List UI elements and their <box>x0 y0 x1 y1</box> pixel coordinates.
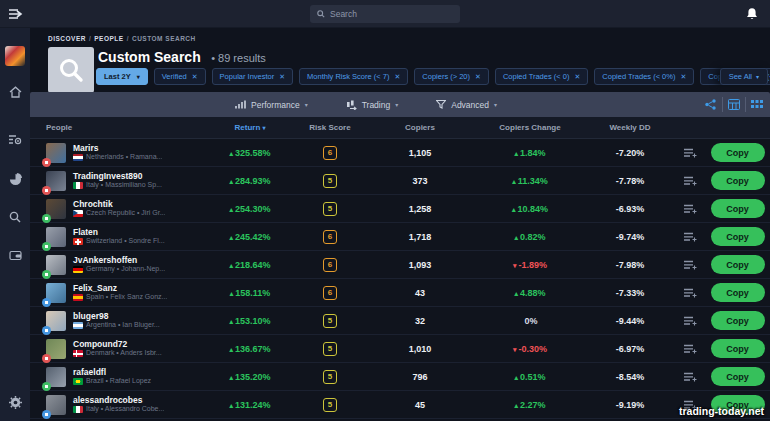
add-to-watchlist-button[interactable] <box>684 204 697 214</box>
add-to-watchlist-button[interactable] <box>684 260 697 270</box>
trader-subtitle: Netherlands • Ramana... <box>73 153 162 162</box>
table-row[interactable]: Felix_Sanz Spain • Felix Sanz Gonz... ▴1… <box>30 279 770 307</box>
table-row[interactable]: Flaten Switzerland • Sondre Fl... ▴245.4… <box>30 223 770 251</box>
copy-button[interactable]: Copy <box>711 199 765 218</box>
copy-button[interactable]: Copy <box>711 311 765 330</box>
copy-button[interactable]: Copy <box>711 171 765 190</box>
filter-chip[interactable]: Monthly Risk Score (< 7) <box>299 68 408 85</box>
copiers-value: 1,105 <box>365 148 475 158</box>
trader-name[interactable]: JvAnkershoffen <box>73 255 165 266</box>
add-to-watchlist-button[interactable] <box>684 372 697 382</box>
copiers-change-value: ▴2.27% <box>475 400 585 410</box>
copy-button[interactable]: Copy <box>711 283 765 302</box>
add-to-watchlist-button[interactable] <box>684 176 697 186</box>
weekly-dd-value: -6.93% <box>585 204 675 214</box>
table-row[interactable]: Chrochtik Czech Republic • Jiri Gr... ▴2… <box>30 195 770 223</box>
notifications-bell-icon[interactable] <box>746 7 758 21</box>
breadcrumb-custom-search: CUSTOM SEARCH <box>132 35 196 42</box>
copy-button[interactable]: Copy <box>711 255 765 274</box>
copy-button[interactable]: Copy <box>711 339 765 358</box>
table-row[interactable]: rafaeldfl Brazil • Rafael Lopez ▴135.20%… <box>30 363 770 391</box>
column-header-risk-score[interactable]: Risk Score <box>295 123 365 132</box>
trader-subtitle: Germany • Johann-Nep... <box>73 265 165 274</box>
chip-remove-icon[interactable] <box>394 73 400 81</box>
trader-name[interactable]: TradingInvest890 <box>73 171 162 182</box>
column-header-copiers-change[interactable]: Copiers Change <box>475 123 585 132</box>
trader-name[interactable]: Flaten <box>73 227 165 238</box>
table-row[interactable]: alessandrocobes Italy • Alessandro Cobe.… <box>30 391 770 419</box>
copy-button[interactable]: Copy <box>711 367 765 386</box>
table-header: People Return Risk Score Copiers Copiers… <box>30 117 770 139</box>
portfolio-icon[interactable] <box>0 167 30 191</box>
column-header-return[interactable]: Return <box>205 123 295 132</box>
table-toolbar: Performance Trading Advanced <box>30 92 770 117</box>
trader-subtitle: Spain • Felix Sanz Gonz... <box>73 293 167 302</box>
watchlist-icon[interactable] <box>0 127 30 151</box>
trading-menu[interactable]: Trading <box>346 100 399 110</box>
column-header-copiers[interactable]: Copiers <box>365 123 475 132</box>
home-icon[interactable] <box>0 80 30 104</box>
weekly-dd-value: -7.33% <box>585 288 675 298</box>
trader-name[interactable]: alessandrocobes <box>73 395 164 406</box>
filter-chip[interactable]: Copied Trades (< 0%) <box>594 68 694 85</box>
filter-chip[interactable]: Copiers (> 20) <box>414 68 489 85</box>
trader-name[interactable]: Felix_Sanz <box>73 283 167 294</box>
copiers-value: 32 <box>365 316 475 326</box>
trader-subtitle: Italy • Alessandro Cobe... <box>73 405 164 414</box>
app-window: Search DISCOVE <box>0 0 770 421</box>
copy-button[interactable]: Copy <box>711 143 765 162</box>
add-to-watchlist-button[interactable] <box>684 316 697 326</box>
watermark: trading-today.net <box>679 405 764 417</box>
expand-sidebar-icon[interactable] <box>8 7 24 21</box>
settings-gear-icon[interactable] <box>0 390 30 414</box>
filter-chip[interactable]: Popular Investor <box>212 68 294 85</box>
filter-chip[interactable]: Verified <box>154 68 206 85</box>
trader-name[interactable]: bluger98 <box>73 311 160 322</box>
chip-remove-icon[interactable] <box>192 73 198 81</box>
table-row[interactable]: Compound72 Denmark • Anders Isbr... ▴136… <box>30 335 770 363</box>
share-icon[interactable] <box>699 97 722 112</box>
copiers-value: 373 <box>365 176 475 186</box>
table-row[interactable]: TradingInvest890 Italy • Massimiliano Sp… <box>30 167 770 195</box>
performance-menu[interactable]: Performance <box>235 100 308 110</box>
country-flag-icon <box>73 154 83 161</box>
filter-chip[interactable]: Copied Trades (< 0) <box>495 68 588 85</box>
table-row[interactable]: bluger98 Argentina • Ian Bluger... ▴153.… <box>30 307 770 335</box>
breadcrumb-people[interactable]: PEOPLE <box>94 35 123 42</box>
add-to-watchlist-button[interactable] <box>684 288 697 298</box>
chip-remove-icon[interactable] <box>279 73 285 81</box>
column-header-people[interactable]: People <box>30 123 205 132</box>
customize-columns-icon[interactable] <box>722 97 745 112</box>
trader-name[interactable]: Chrochtik <box>73 199 165 210</box>
search-input[interactable]: Search <box>310 5 460 23</box>
status-badge <box>42 354 51 363</box>
weekly-dd-value: -6.97% <box>585 344 675 354</box>
trader-name[interactable]: rafaeldfl <box>73 367 151 378</box>
copy-button[interactable]: Copy <box>711 227 765 246</box>
chip-remove-icon[interactable] <box>680 73 686 81</box>
breadcrumb[interactable]: DISCOVER/PEOPLE/CUSTOM SEARCH <box>48 35 196 42</box>
trader-name[interactable]: Marirs <box>73 143 162 154</box>
user-avatar[interactable] <box>5 46 25 66</box>
add-to-watchlist-button[interactable] <box>684 232 697 242</box>
table-row[interactable]: JvAnkershoffen Germany • Johann-Nep... ▴… <box>30 251 770 279</box>
main-content: DISCOVER/PEOPLE/CUSTOM SEARCH Custom Sea… <box>30 28 770 421</box>
add-to-watchlist-button[interactable] <box>684 148 697 158</box>
country-flag-icon <box>73 378 83 385</box>
grid-view-icon[interactable] <box>745 97 768 112</box>
wallet-icon[interactable] <box>0 243 30 267</box>
time-filter-chip[interactable]: Last 2Y <box>96 68 148 85</box>
chip-remove-icon[interactable] <box>574 73 580 81</box>
chip-remove-icon[interactable] <box>475 73 481 81</box>
advanced-menu[interactable]: Advanced <box>436 100 497 110</box>
see-all-chip[interactable]: See All <box>720 68 768 85</box>
column-header-weekly-dd[interactable]: Weekly DD <box>585 123 675 132</box>
page-title: Custom Search <box>98 49 201 65</box>
status-badge <box>42 270 51 279</box>
add-to-watchlist-button[interactable] <box>684 344 697 354</box>
breadcrumb-discover[interactable]: DISCOVER <box>48 35 86 42</box>
trader-name[interactable]: Compound72 <box>73 339 162 350</box>
return-value: ▴135.20% <box>205 372 295 382</box>
search-nav-icon[interactable] <box>0 205 30 229</box>
table-row[interactable]: Marirs Netherlands • Ramana... ▴325.58% … <box>30 139 770 167</box>
